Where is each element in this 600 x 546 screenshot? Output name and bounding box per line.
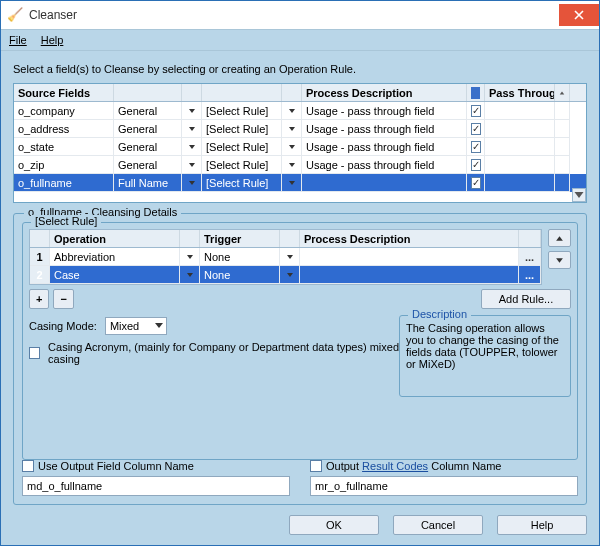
source-row[interactable]: o_stateGeneral[Select Rule]Usage - pass … [14, 138, 586, 156]
rule-cell: [Select Rule] [202, 138, 282, 156]
pass-through-checkbox[interactable] [471, 159, 481, 171]
rule-title: [Select Rule] [31, 215, 101, 227]
output-result-checkbox[interactable] [310, 460, 322, 472]
trigger-cell: None [200, 266, 280, 284]
source-row[interactable]: o_fullnameFull Name[Select Rule] [14, 174, 586, 192]
use-output-field-checkbox[interactable] [22, 460, 34, 472]
source-type: Full Name [114, 174, 182, 192]
output-result-label: Output Result Codes Column Name [326, 460, 501, 472]
operation-cell: Case [50, 266, 180, 284]
proc-desc-cell [300, 266, 519, 284]
rule-cell: [Select Rule] [202, 156, 282, 174]
source-name: o_fullname [14, 174, 114, 192]
col-process[interactable]: Process Description [302, 84, 467, 101]
source-row[interactable]: o_companyGeneral[Select Rule]Usage - pas… [14, 102, 586, 120]
source-fields-grid[interactable]: Source Fields Process Description Pass T… [13, 83, 587, 203]
rule-cell: [Select Rule] [202, 120, 282, 138]
source-name: o_address [14, 120, 114, 138]
col-proc-desc[interactable]: Process Description [300, 230, 519, 247]
menu-help[interactable]: Help [41, 34, 64, 46]
rule-dropdown-icon[interactable] [282, 102, 302, 120]
type-dropdown-icon[interactable] [182, 174, 202, 192]
close-button[interactable] [559, 4, 599, 26]
rule-dropdown-icon[interactable] [282, 120, 302, 138]
col-source[interactable]: Source Fields [14, 84, 114, 101]
ok-button[interactable]: OK [289, 515, 379, 535]
pass-through-checkbox[interactable] [471, 141, 481, 153]
process-desc: Usage - pass through field [302, 156, 467, 174]
remove-op-button[interactable]: − [53, 289, 73, 309]
window-title: Cleanser [29, 8, 559, 22]
type-dropdown-icon[interactable] [182, 120, 202, 138]
process-desc: Usage - pass through field [302, 138, 467, 156]
source-type: General [114, 102, 182, 120]
trigger-dropdown-icon[interactable] [280, 266, 300, 284]
operations-grid[interactable]: Operation Trigger Process Description 1A… [29, 229, 542, 285]
operation-dropdown-icon[interactable] [180, 266, 200, 284]
ellipsis-button[interactable]: ... [519, 248, 541, 266]
proc-desc-cell [300, 248, 519, 266]
menu-file[interactable]: File [9, 34, 27, 46]
type-dropdown-icon[interactable] [182, 138, 202, 156]
source-type: General [114, 120, 182, 138]
source-row[interactable]: o_zipGeneral[Select Rule]Usage - pass th… [14, 156, 586, 174]
help-button[interactable]: Help [497, 515, 587, 535]
rule-cell: [Select Rule] [202, 102, 282, 120]
row-number: 1 [30, 248, 50, 266]
process-desc: Usage - pass through field [302, 120, 467, 138]
description-title: Description [408, 308, 471, 320]
result-codes-link[interactable]: Result Codes [362, 460, 428, 472]
trigger-cell: None [200, 248, 280, 266]
process-desc [302, 174, 467, 192]
ellipsis-button[interactable]: ... [519, 266, 541, 284]
description-body: The Casing operation allows you to chang… [406, 322, 564, 370]
scroll-up-icon[interactable] [555, 84, 570, 101]
rule-dropdown-icon[interactable] [282, 156, 302, 174]
add-rule-button[interactable]: Add Rule... [481, 289, 571, 309]
casing-acronym-checkbox[interactable] [29, 347, 40, 359]
source-name: o_state [14, 138, 114, 156]
result-codes-input[interactable] [310, 476, 578, 496]
rule-dropdown-icon[interactable] [282, 174, 302, 192]
source-row[interactable]: o_addressGeneral[Select Rule]Usage - pas… [14, 120, 586, 138]
rule-group: [Select Rule] Operation Trigger Process … [22, 222, 578, 460]
move-down-button[interactable] [548, 251, 571, 269]
pass-through-checkbox[interactable] [471, 105, 481, 117]
instruction-text: Select a field(s) to Cleanse by selectin… [13, 63, 587, 75]
source-name: o_company [14, 102, 114, 120]
col-operation[interactable]: Operation [50, 230, 180, 247]
move-up-button[interactable] [548, 229, 571, 247]
operation-row[interactable]: 2CaseNone... [30, 266, 541, 284]
source-name: o_zip [14, 156, 114, 174]
source-type: General [114, 156, 182, 174]
add-op-button[interactable]: + [29, 289, 49, 309]
col-pass[interactable]: Pass Through [485, 84, 555, 101]
pass-through-checkbox[interactable] [471, 123, 481, 135]
pass-through-checkbox[interactable] [471, 177, 481, 189]
casing-mode-label: Casing Mode: [29, 320, 97, 332]
type-dropdown-icon[interactable] [182, 156, 202, 174]
output-field-input[interactable] [22, 476, 290, 496]
row-number: 2 [30, 266, 50, 284]
app-icon: 🧹 [7, 7, 23, 23]
trigger-dropdown-icon[interactable] [280, 248, 300, 266]
pass-through-header-icon [471, 87, 480, 99]
process-desc: Usage - pass through field [302, 102, 467, 120]
casing-mode-select[interactable]: Mixed [105, 317, 167, 335]
operation-row[interactable]: 1AbbreviationNone... [30, 248, 541, 266]
operation-cell: Abbreviation [50, 248, 180, 266]
cleansing-details-group: o_fullname - Cleansing Details [Select R… [13, 213, 587, 505]
operation-dropdown-icon[interactable] [180, 248, 200, 266]
title-bar: 🧹 Cleanser [1, 1, 599, 29]
type-dropdown-icon[interactable] [182, 102, 202, 120]
casing-acronym-label: Casing Acronym, (mainly for Company or D… [48, 341, 399, 365]
use-output-field-label: Use Output Field Column Name [38, 460, 194, 472]
rule-cell: [Select Rule] [202, 174, 282, 192]
rule-dropdown-icon[interactable] [282, 138, 302, 156]
source-type: General [114, 138, 182, 156]
col-trigger[interactable]: Trigger [200, 230, 280, 247]
scroll-down-icon[interactable] [572, 188, 586, 202]
menu-bar: File Help [1, 29, 599, 51]
description-panel: Description The Casing operation allows … [399, 315, 571, 397]
cancel-button[interactable]: Cancel [393, 515, 483, 535]
